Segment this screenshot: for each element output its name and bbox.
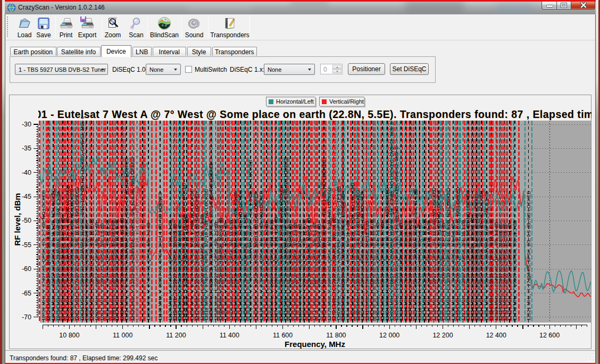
svg-text:11240 MHz, V: 29997 KS, QPSK,: 11240 MHz, V: 29997 KS, QPSK, 9/10, 12.5… [184, 217, 189, 320]
svg-text:11 800: 11 800 [326, 332, 346, 339]
svg-text:12431 MHz, V: 22000 KS, 8PSK,: 12431 MHz, V: 22000 KS, 8PSK, 1/2, 9.6 d… [502, 223, 507, 321]
svg-text:11 400: 11 400 [220, 332, 239, 339]
svg-text:12470 MHz, V: 29997 KS, 8PSK,: 12470 MHz, V: 29997 KS, 8PSK, 7/8, 11.3 … [512, 221, 518, 320]
svg-text:11499 MHz, V: 13333 KS, 8PSK,: 11499 MHz, V: 13333 KS, 8PSK, 5/6, 1.1 d… [253, 191, 259, 320]
svg-text:11 000: 11 000 [113, 332, 132, 339]
svg-text:10 800: 10 800 [59, 332, 79, 339]
svg-text:11096 MHz, V: 27497 KS, QPSK,: 11096 MHz, V: 27497 KS, QPSK, 5/6, 7.2 d… [146, 222, 151, 320]
svg-text:11915 MHz, V: 27497 KS, 8PSK,: 11915 MHz, V: 27497 KS, 8PSK, 3/4, 12.3 … [364, 221, 370, 320]
svg-text:10720 MHz, V: 8399 KS, QPSK, 5: 10720 MHz, V: 8399 KS, QPSK, 5/6, 8.5 dB [46, 225, 51, 321]
svg-text:-50: -50 [22, 217, 31, 224]
svg-text:-60: -60 [22, 265, 31, 273]
svg-text:11717 MHz, V: 26657 KS, QPSK,: 11717 MHz, V: 26657 KS, QPSK, 5/6, 8.1 d… [312, 222, 317, 320]
svg-text:Frequency, MHz: Frequency, MHz [285, 340, 345, 349]
svg-text:12219 MHz, H: 13333 KS, 8PSK,: 12219 MHz, H: 13333 KS, 8PSK, 3/4, 10.9 … [446, 188, 451, 321]
svg-text:-30: -30 [22, 121, 31, 128]
svg-text:-65: -65 [22, 290, 31, 297]
svg-text:-55: -55 [22, 241, 31, 249]
svg-text:11194 MHz, H: 29997 KS, 8PSK,: 11194 MHz, H: 29997 KS, 8PSK, 5/6, 6.9 d… [172, 223, 178, 320]
svg-text:11538 MHz, H: 27500 KS, QPSK,: 11538 MHz, H: 27500 KS, QPSK, 7/8, 2.3 d… [264, 222, 269, 321]
svg-text:-35: -35 [22, 145, 31, 152]
svg-text:11934 MHz, H: 26657 KS, QPSK,: 11934 MHz, H: 26657 KS, QPSK, 3/4, 10.4 … [369, 219, 374, 320]
svg-text:11140 MHz, V: 29997 KS, 8PSK,: 11140 MHz, V: 29997 KS, 8PSK, 3/4, 1.1 d… [157, 192, 163, 320]
svg-text:12450 MHz, H: 29997 KS, 8PSK,: 12450 MHz, H: 29997 KS, 8PSK, 2/3, 9.1 d… [507, 223, 512, 321]
svg-text:10827 MHz, H: 27497 KS, QPSK,: 10827 MHz, H: 27497 KS, QPSK, 5/6, 10.1 … [74, 187, 80, 321]
svg-text:10921 MHz, V: 29997 KS, 8PSK,: 10921 MHz, V: 29997 KS, 8PSK, 5/6, 1.8 d… [99, 223, 105, 321]
svg-text:12 400: 12 400 [486, 332, 506, 339]
svg-text:12147 MHz, V: 22000 KS, 8PSK,: 12147 MHz, V: 22000 KS, 8PSK, 9/10, 7.0 … [426, 221, 431, 321]
svg-text:11458 MHz, H: 27500 KS, 16APSK: 11458 MHz, H: 27500 KS, 16APSK, 9/10, 4.… [243, 214, 248, 320]
svg-text:10739 MHz, H: 26657 KS, 8PSK,: 10739 MHz, H: 26657 KS, 8PSK, 3/4, 11.1 … [51, 188, 56, 320]
svg-text:RF level, dBm: RF level, dBm [13, 193, 22, 246]
svg-text:11 200: 11 200 [166, 332, 186, 339]
svg-text:12 600: 12 600 [539, 332, 560, 339]
svg-text:11 600: 11 600 [273, 332, 293, 339]
svg-text:11073 MHz, V: 13333 KS, 8PSK,: 11073 MHz, V: 13333 KS, 8PSK, 1/2, 4.1 d… [140, 154, 145, 321]
svg-text:10901 MHz, V: 26657 KS, QPSK,: 10901 MHz, V: 26657 KS, QPSK, 5/6, 7.2 d… [94, 222, 99, 321]
svg-text:12 000: 12 000 [379, 332, 399, 339]
svg-text:11014 MHz, V: 27497 KS, ACM/VC: 11014 MHz, V: 27497 KS, ACM/VCM, 32APSK,… [124, 157, 129, 320]
svg-text:12521 MHz, H: 27497 KS, 8PSK,: 12521 MHz, H: 27497 KS, 8PSK, 2/3, 9.5 d… [526, 191, 531, 321]
svg-text:12077 MHz, V: 27497 KS, 8PSK,: 12077 MHz, V: 27497 KS, 8PSK, 7/8, 12.4 … [407, 221, 413, 321]
svg-text:12255 MHz, H: 22000 KS, QPSK,: 12255 MHz, H: 22000 KS, QPSK, 1/2, 10.0 … [455, 187, 461, 321]
svg-text:11645 MHz, V: 22000 KS, QPSK,: 11645 MHz, V: 22000 KS, QPSK, 1/2, 2.4 d… [293, 222, 298, 320]
svg-text:11519 MHz, V: 27500 KS, QPSK,: 11519 MHz, V: 27500 KS, QPSK, 3/4, 2.6 d… [259, 190, 264, 320]
svg-text:-40: -40 [22, 169, 31, 176]
svg-text:-70: -70 [22, 314, 31, 321]
svg-text:12344 MHz, H: 26657 KS, 8PSK,: 12344 MHz, H: 26657 KS, 8PSK, 7/8, 9.6 d… [479, 191, 484, 321]
svg-text:11053 MHz, V: 26657 KS, 8PSK,: 11053 MHz, V: 26657 KS, 8PSK, 9/10, 10.1… [135, 186, 140, 321]
svg-text:11276 MHz, V: 13333 KS, 8PSK,: 11276 MHz, V: 13333 KS, 8PSK, 1/2, 3.1 d… [194, 191, 199, 320]
svg-text:10882 MHz, H: 13333 KS, QPSK,: 10882 MHz, H: 13333 KS, QPSK, 2/3, 10.3 … [89, 219, 94, 321]
svg-text:11366 MHz, V: 22000 KS, 16APSK: 11366 MHz, V: 22000 KS, 16APSK, 3/4, 4.0… [218, 217, 223, 320]
svg-text:11385 MHz, V: 27500 KS, QPSK,: 11385 MHz, V: 27500 KS, QPSK, 1/2, 6.7 d… [223, 222, 228, 320]
svg-text:10942 MHz, V: 27497 KS, QPSK,: 10942 MHz, V: 27497 KS, QPSK, 7/8, 12.1 … [105, 219, 110, 321]
svg-text:11478 MHz, V: 27497 KS, ACM/VC: 11478 MHz, V: 27497 KS, ACM/VCM, 32APSK,… [248, 159, 253, 320]
svg-text:11574 MHz, V: 29997 KS, QPSK,: 11574 MHz, V: 29997 KS, QPSK, 9/10, 12.6… [273, 217, 279, 320]
svg-text:-45: -45 [22, 193, 31, 200]
svg-text:12 200: 12 200 [432, 332, 453, 339]
